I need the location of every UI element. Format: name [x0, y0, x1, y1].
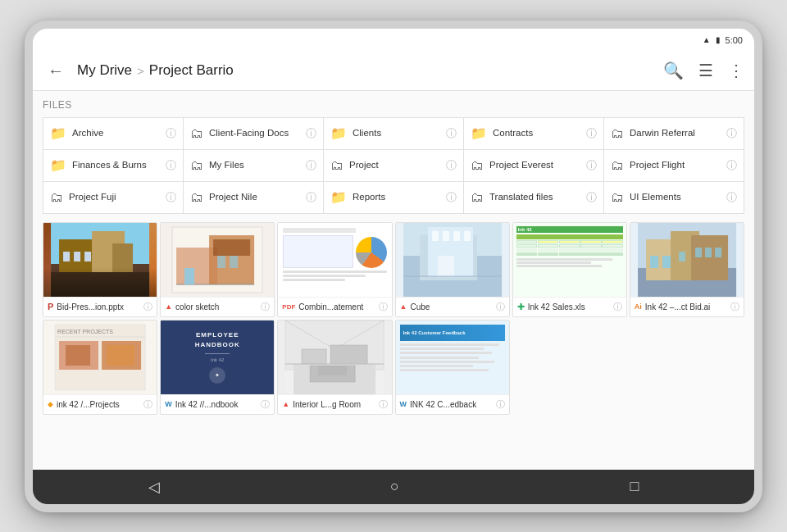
info-icon[interactable]: ⓘ [261, 398, 270, 411]
info-icon[interactable]: ⓘ [143, 301, 152, 313]
folder-item[interactable]: 📁 Archive ⓘ [43, 118, 183, 149]
folder-item[interactable]: 🗂 Darwin Referral ⓘ [604, 118, 744, 149]
folder-item[interactable]: 📁 Contracts ⓘ [464, 118, 603, 149]
folder-item[interactable]: 🗂 Project Flight ⓘ [604, 150, 744, 181]
file-card[interactable]: ▲ color sketch ⓘ [160, 222, 275, 317]
info-icon[interactable]: ⓘ [586, 126, 597, 141]
svg-rect-37 [705, 248, 712, 257]
info-icon[interactable]: ⓘ [730, 301, 739, 313]
back-button[interactable]: ← [43, 58, 69, 84]
info-icon[interactable]: ⓘ [379, 398, 388, 411]
cell [559, 252, 580, 256]
folder-item[interactable]: 📁 Finances & Burns ⓘ [43, 150, 183, 181]
info-icon[interactable]: ⓘ [446, 126, 457, 141]
info-icon[interactable]: ⓘ [143, 398, 152, 411]
info-icon[interactable]: ⓘ [496, 301, 505, 313]
files-grid: P Bid-Pres...ion.pptx ⓘ [43, 222, 744, 415]
bottom-nav: ◁ ○ □ [33, 470, 754, 504]
folder-name: Darwin Referral [630, 127, 721, 139]
file-thumbnail [278, 223, 391, 297]
doc-line [283, 271, 386, 273]
svg-rect-17 [230, 256, 238, 268]
section-label: Files [43, 99, 744, 111]
time-display: 5:00 [726, 35, 743, 45]
folder-item[interactable]: 🗂 Project Fuji ⓘ [43, 182, 183, 213]
shared-folder-icon: 🗂 [611, 190, 624, 205]
cell [516, 248, 538, 252]
info-icon[interactable]: ⓘ [166, 126, 176, 141]
file-card[interactable]: PDF Combin...atement ⓘ [277, 222, 392, 317]
file-card[interactable]: Ink 42 [512, 222, 627, 317]
file-footer: W INK 42 C...edback ⓘ [396, 394, 509, 414]
file-name: Cube [410, 302, 492, 311]
file-card[interactable]: Ai Ink 42 –...ct Bid.ai ⓘ [630, 222, 744, 317]
info-icon[interactable]: ⓘ [586, 190, 597, 205]
folder-name: UI Elements [630, 191, 721, 203]
word-icon: W [400, 400, 407, 408]
file-name: Interior L...g Room [293, 400, 375, 409]
search-icon[interactable]: 🔍 [663, 61, 684, 80]
file-footer: ▲ Cube ⓘ [396, 297, 509, 316]
breadcrumb-mydrive[interactable]: My Drive [77, 62, 132, 79]
svg-rect-26 [438, 256, 454, 276]
folder-name: Project Everest [489, 159, 580, 171]
info-icon[interactable]: ⓘ [166, 158, 176, 173]
file-card[interactable]: ▲ Cube ⓘ [395, 222, 510, 317]
svg-rect-13 [213, 239, 250, 256]
svg-rect-24 [453, 231, 460, 241]
back-nav-button[interactable]: ◁ [132, 471, 176, 502]
svg-rect-22 [432, 231, 439, 241]
pdf-icon: PDF [282, 303, 295, 311]
file-card[interactable]: RECENT PROJECTS ◆ ink 42 /...Projects ⓘ [43, 320, 157, 415]
folder-item[interactable]: 🗂 My Files ⓘ [184, 150, 323, 181]
folder-name: Project Flight [630, 159, 721, 171]
folder-item[interactable]: 🗂 UI Elements ⓘ [604, 182, 744, 213]
info-icon[interactable]: ⓘ [306, 126, 316, 141]
folder-item[interactable]: 🗂 Client-Facing Docs ⓘ [184, 118, 323, 149]
thumbnail-svg [43, 223, 157, 297]
folder-item[interactable]: 🗂 Project Nile ⓘ [184, 182, 323, 213]
content-area: Files 📁 Archive ⓘ 🗂 Client-Facing Docs ⓘ… [33, 91, 754, 470]
info-icon[interactable]: ⓘ [166, 190, 176, 205]
folder-item[interactable]: 📁 Reports ⓘ [324, 182, 463, 213]
info-icon[interactable]: ⓘ [586, 158, 597, 173]
shared-folder-icon: 🗂 [50, 190, 63, 205]
folder-item[interactable]: 🗂 Project ⓘ [324, 150, 463, 181]
shared-folder-icon: 🗂 [190, 126, 203, 141]
folder-item[interactable]: 🗂 Project Everest ⓘ [464, 150, 603, 181]
info-icon[interactable]: ⓘ [446, 158, 457, 173]
svg-rect-25 [464, 231, 471, 241]
list-view-icon[interactable]: ☰ [698, 61, 713, 80]
folder-item[interactable]: 🗂 Translated files ⓘ [464, 182, 603, 213]
handbook-title2: HANDBOOK [195, 341, 240, 348]
content-line [400, 369, 489, 371]
home-nav-button[interactable]: ○ [374, 471, 416, 502]
folder-item[interactable]: 📁 Clients ⓘ [324, 118, 463, 149]
ppt-icon: P [48, 302, 53, 311]
info-icon[interactable]: ⓘ [496, 398, 505, 411]
info-icon[interactable]: ⓘ [726, 126, 737, 141]
recents-nav-button[interactable]: □ [613, 471, 655, 502]
info-icon[interactable]: ⓘ [261, 301, 270, 313]
file-card[interactable]: Ink 42 Customer Feedback W INK 42 C...ed… [395, 320, 510, 415]
more-options-icon[interactable]: ⋮ [728, 61, 744, 80]
info-icon[interactable]: ⓘ [379, 301, 388, 313]
breadcrumb: My Drive > Project Barrio [77, 62, 655, 79]
handbook-title: EMPLOYEE [195, 331, 240, 339]
content-line [400, 361, 494, 363]
file-thumbnail: RECENT PROJECTS [43, 321, 157, 394]
svg-rect-15 [184, 268, 194, 284]
info-icon[interactable]: ⓘ [306, 190, 316, 205]
info-icon[interactable]: ⓘ [726, 190, 737, 205]
content-line [400, 365, 474, 367]
info-icon[interactable]: ⓘ [726, 158, 737, 173]
file-card[interactable]: P Bid-Pres...ion.pptx ⓘ [43, 222, 157, 317]
info-icon[interactable]: ⓘ [306, 158, 316, 173]
illustrator-icon: ◆ [48, 400, 53, 408]
file-card[interactable]: EMPLOYEE HANDBOOK Ink 42 ✦ W Ink 42 //..… [160, 320, 275, 415]
cell [538, 248, 559, 252]
info-icon[interactable]: ⓘ [446, 190, 457, 205]
file-card[interactable]: ▲ Interior L...g Room ⓘ [277, 320, 392, 415]
info-icon[interactable]: ⓘ [613, 301, 622, 313]
svg-rect-35 [679, 252, 685, 261]
